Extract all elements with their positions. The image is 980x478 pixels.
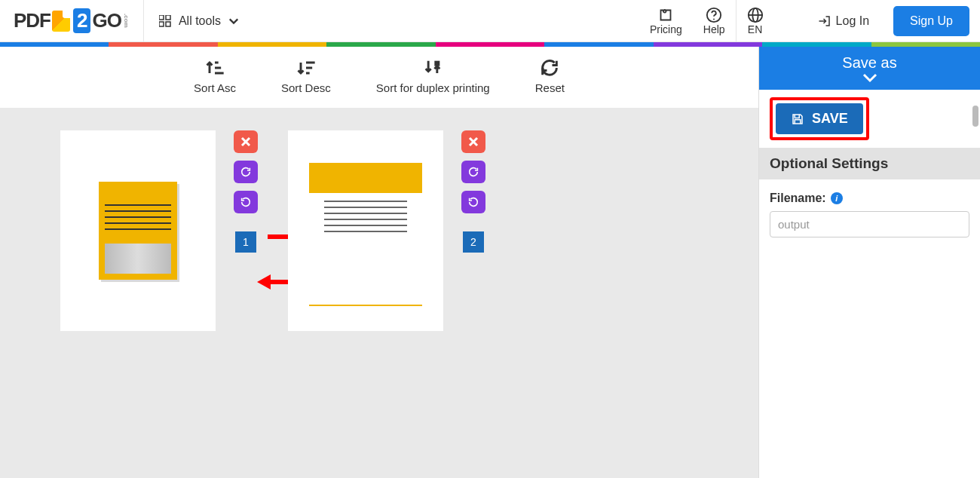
scrollbar-thumb[interactable] <box>972 106 978 127</box>
filename-section: Filename: i <box>759 179 980 250</box>
rotate-cw-icon <box>240 166 252 178</box>
reset-icon <box>539 57 560 78</box>
page-controls: 1 <box>234 130 258 253</box>
page-thumbnail[interactable] <box>288 130 443 331</box>
login-button[interactable]: Log In <box>804 14 883 28</box>
close-icon <box>468 136 479 147</box>
left-area: Sort Asc Sort Desc Sort for duplex print… <box>0 47 758 478</box>
chevron-down-icon <box>862 73 877 84</box>
thumb-preview <box>99 182 177 280</box>
rotate-ccw-icon <box>467 196 479 208</box>
save-button[interactable]: SAVE <box>776 103 863 134</box>
logo-com: .com <box>123 14 130 28</box>
close-icon <box>240 136 251 147</box>
page-group: 1 <box>60 130 258 455</box>
delete-page-button[interactable] <box>234 130 258 153</box>
logo-go: GO <box>92 9 121 32</box>
help-icon <box>706 7 722 23</box>
logo-file-icon <box>52 11 70 32</box>
save-label: SAVE <box>812 111 848 127</box>
sort-toolbar: Sort Asc Sort Desc Sort for duplex print… <box>0 47 758 108</box>
optional-settings-header: Optional Settings <box>759 148 980 179</box>
page-thumbnail[interactable] <box>60 130 216 331</box>
svg-rect-2 <box>159 22 164 26</box>
svg-point-5 <box>713 18 715 20</box>
sort-asc-icon <box>204 57 225 78</box>
signup-button[interactable]: Sign Up <box>893 6 969 36</box>
all-tools-dropdown[interactable]: All tools <box>144 0 254 41</box>
sort-duplex-label: Sort for duplex printing <box>376 81 490 94</box>
sort-desc-icon <box>296 57 317 78</box>
rotate-ccw-icon <box>240 196 252 208</box>
sort-desc-label: Sort Desc <box>281 81 331 94</box>
save-icon <box>791 112 804 126</box>
login-icon <box>818 14 831 28</box>
rotate-ccw-button[interactable] <box>461 191 485 213</box>
chevron-down-icon <box>228 16 239 26</box>
globe-icon <box>747 7 764 23</box>
info-icon[interactable]: i <box>831 192 843 204</box>
filename-label: Filename: <box>770 192 826 205</box>
pages-workspace: 1 2 <box>0 108 758 478</box>
login-label: Log In <box>836 14 869 28</box>
rotate-cw-button[interactable] <box>461 161 485 183</box>
annotation-highlight: SAVE <box>770 97 869 140</box>
filename-input[interactable] <box>770 211 969 237</box>
save-button-area: SAVE <box>759 90 980 148</box>
logo-2: 2 <box>73 8 90 33</box>
duplex-icon <box>422 57 443 78</box>
sort-asc-button[interactable]: Sort Asc <box>194 57 236 94</box>
rotate-ccw-button[interactable] <box>234 191 258 213</box>
reset-label: Reset <box>535 81 565 94</box>
right-panel: Save as SAVE Optional Settings Filename:… <box>758 47 980 478</box>
thumb-preview <box>309 155 422 306</box>
pricing-link[interactable]: Pricing <box>639 0 693 41</box>
all-tools-label: All tools <box>179 14 221 28</box>
save-as-label: Save as <box>842 54 896 71</box>
sort-duplex-button[interactable]: Sort for duplex printing <box>376 57 490 94</box>
logo-pdf: PDF <box>14 9 51 32</box>
tag-icon <box>657 7 674 23</box>
svg-rect-1 <box>166 15 170 20</box>
top-header: PDF 2 GO .com All tools Pricing Help EN … <box>0 0 980 42</box>
pricing-label: Pricing <box>650 23 682 35</box>
save-as-dropdown[interactable]: Save as <box>759 47 980 90</box>
rotate-cw-button[interactable] <box>234 161 258 183</box>
page-group: 2 <box>288 130 485 455</box>
page-number: 2 <box>463 231 484 253</box>
sort-desc-button[interactable]: Sort Desc <box>281 57 331 94</box>
main-area: Sort Asc Sort Desc Sort for duplex print… <box>0 47 980 478</box>
rotate-cw-icon <box>467 166 479 178</box>
svg-rect-0 <box>159 15 164 20</box>
page-controls: 2 <box>461 130 485 253</box>
svg-rect-3 <box>166 22 170 26</box>
grid-icon <box>159 15 171 27</box>
reset-button[interactable]: Reset <box>535 57 565 94</box>
help-link[interactable]: Help <box>693 0 736 41</box>
delete-page-button[interactable] <box>461 130 485 153</box>
filename-label-row: Filename: i <box>770 192 969 205</box>
language-selector[interactable]: EN <box>737 0 774 41</box>
page-number: 1 <box>235 231 256 253</box>
language-label: EN <box>748 23 762 35</box>
help-label: Help <box>703 23 725 35</box>
logo[interactable]: PDF 2 GO .com <box>0 0 143 41</box>
sort-asc-label: Sort Asc <box>194 81 236 94</box>
